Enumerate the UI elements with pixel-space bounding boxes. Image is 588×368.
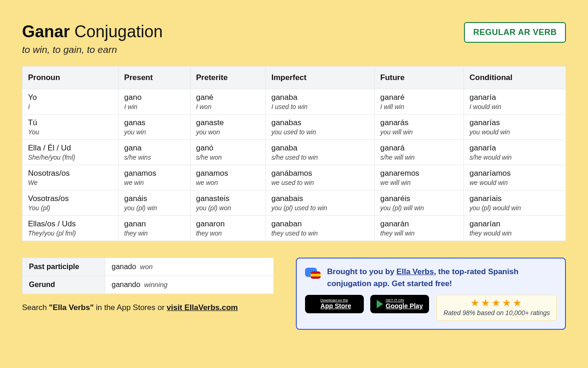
rating-box: ★★★★★ Rated 98% based on 10,000+ ratings — [436, 295, 557, 321]
conjugation-cell: ganaríaisyou (pl) would win — [464, 190, 566, 216]
conjugation-cell: ganamoswe won — [190, 165, 266, 190]
conjugation-cell: ganarás/he will win — [374, 140, 464, 165]
verb-translation: to win, to gain, to earn — [22, 44, 163, 55]
table-row: TúYouganasyou winganasteyou wonganabasyo… — [23, 115, 566, 140]
conjugation-cell: ganasyou win — [119, 115, 190, 140]
conjugation-cell: ganabaisyou (pl) used to win — [266, 190, 374, 216]
conjugation-cell: ganaremoswe will win — [374, 165, 464, 190]
pronoun-cell: TúYou — [23, 115, 119, 140]
visit-ellaverbs-link[interactable]: visit EllaVerbs.com — [167, 303, 238, 312]
past-participle-value: ganado won — [105, 258, 274, 276]
conjugation-cell: gananthey win — [119, 216, 190, 241]
conjugation-cell: ganarásyou will win — [374, 115, 464, 140]
conjugation-cell: ganaríanthey would win — [464, 216, 566, 241]
conjugation-table: PronounPresentPreteriteImperfectFutureCo… — [22, 66, 566, 241]
column-header: Future — [374, 67, 464, 89]
promo-box: Brought to you by Ella Verbs, the top-ra… — [296, 258, 566, 330]
table-row: YoIganoI winganéI wonganabaI used to win… — [23, 89, 566, 115]
table-row: Ella / Él / UdShe/he/you (fml)ganas/he w… — [23, 140, 566, 165]
conjugation-cell: ganós/he won — [190, 140, 266, 165]
past-participle-label: Past participle — [23, 258, 105, 276]
participle-table: Past participle ganado won Gerund ganand… — [22, 258, 274, 294]
rating-text: Rated 98% based on 10,000+ ratings — [443, 309, 550, 316]
conjugation-cell: ganéI won — [190, 89, 266, 115]
promo-text: Brought to you by Ella Verbs, the top-ra… — [327, 266, 557, 289]
conjugation-cell: ganarías/he would win — [464, 140, 566, 165]
column-header: Conditional — [464, 67, 566, 89]
title-suffix: Conjugation — [74, 22, 163, 41]
column-header: Preterite — [190, 67, 266, 89]
column-header: Pronoun — [23, 67, 119, 89]
table-row: Ellas/os / UdsThey/you (pl fml)gananthey… — [23, 216, 566, 241]
search-hint: Search "Ella Verbs" in the App Stores or… — [22, 303, 274, 312]
conjugation-cell: ganasteyou won — [190, 115, 266, 140]
column-header: Imperfect — [266, 67, 374, 89]
pronoun-cell: YoI — [23, 89, 119, 115]
google-play-badge[interactable]: GET IT ON Google Play — [370, 295, 429, 313]
conjugation-cell: ganabasyou used to win — [266, 115, 374, 140]
conjugation-cell: ganoI win — [119, 89, 190, 115]
conjugation-cell: ganaréI will win — [374, 89, 464, 115]
pronoun-cell: Ellas/os / UdsThey/you (pl fml) — [23, 216, 119, 241]
pronoun-cell: Vosotras/osYou (pl) — [23, 190, 119, 216]
table-row: Vosotras/osYou (pl)ganáisyou (pl) wingan… — [23, 190, 566, 216]
app-store-badge[interactable]: Download on the App Store — [305, 295, 364, 313]
ella-verbs-link[interactable]: Ella Verbs — [396, 267, 434, 276]
google-play-icon — [377, 300, 383, 308]
page-title: Ganar Conjugation — [22, 22, 163, 41]
conjugation-cell: ganaríasyou would win — [464, 115, 566, 140]
conjugation-cell: ganábamoswe used to win — [266, 165, 374, 190]
conjugation-cell: ganabanthey used to win — [266, 216, 374, 241]
gerund-label: Gerund — [23, 276, 105, 294]
conjugation-cell: ganasteisyou (pl) won — [190, 190, 266, 216]
conjugation-cell: ganabas/he used to win — [266, 140, 374, 165]
conjugation-cell: ganamoswe win — [119, 165, 190, 190]
conjugation-cell: ganaronthey won — [190, 216, 266, 241]
conjugation-cell: ganabaI used to win — [266, 89, 374, 115]
conjugation-cell: ganas/he wins — [119, 140, 190, 165]
conjugation-cell: ganaríamoswe would win — [464, 165, 566, 190]
pronoun-cell: Nosotras/osWe — [23, 165, 119, 190]
conjugation-cell: ganaríaI would win — [464, 89, 566, 115]
app-icon — [305, 266, 322, 282]
conjugation-cell: ganaránthey will win — [374, 216, 464, 241]
column-header: Present — [119, 67, 190, 89]
verb-name: Ganar — [22, 22, 70, 41]
gerund-value: ganando winning — [105, 276, 274, 294]
conjugation-cell: ganáisyou (pl) win — [119, 190, 190, 216]
verb-type-badge: REGULAR AR VERB — [464, 22, 566, 43]
conjugation-cell: ganaréisyou (pl) will win — [374, 190, 464, 216]
pronoun-cell: Ella / Él / UdShe/he/you (fml) — [23, 140, 119, 165]
star-icons: ★★★★★ — [443, 298, 550, 308]
table-row: Nosotras/osWeganamoswe winganamoswe wong… — [23, 165, 566, 190]
